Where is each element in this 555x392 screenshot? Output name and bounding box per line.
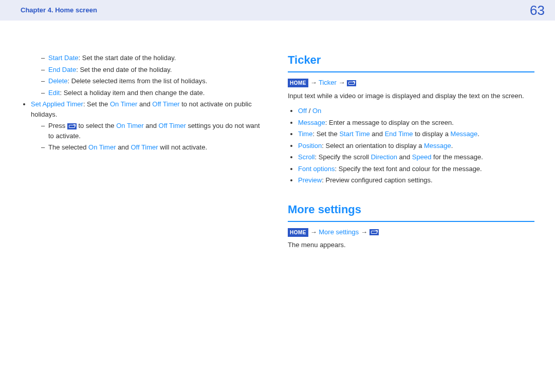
label-message: Message (451, 130, 478, 138)
text: and (137, 100, 152, 108)
enter-icon (347, 80, 356, 86)
page-header: Chapter 4. Home screen 63 (0, 0, 555, 21)
chapter-title: Chapter 4. Home screen (21, 5, 97, 15)
text: : Select an orientation to display a (322, 142, 424, 150)
text: : Specify the scroll (315, 153, 371, 161)
text: / (307, 107, 312, 115)
label-edit: Edit (48, 89, 60, 97)
label-message: Message (298, 119, 325, 126)
more-settings-text: The menu appears. (288, 240, 534, 250)
path-label: Ticker (319, 79, 337, 86)
label-scroll: Scroll (298, 153, 315, 161)
label-on-timer: On Timer (116, 122, 143, 129)
timer-list: Set Applied Timer: Set the On Timer and … (31, 99, 267, 153)
nav-path-more-settings: HOME → More settings → (288, 227, 534, 237)
text: : Set the (312, 130, 339, 138)
list-item: Font options: Specify the text font and … (298, 164, 534, 174)
list-item: Preview: Preview configured caption sett… (298, 175, 534, 185)
label-end-date: End Date (48, 66, 76, 73)
text: : Delete selected items from the list of… (68, 77, 208, 85)
left-column: Start Date: Set the start date of the ho… (21, 51, 278, 255)
label-delete: Delete (48, 77, 68, 85)
list-item: End Date: Set the end date of the holida… (41, 65, 267, 75)
right-column: Ticker HOME → Ticker → Input text while … (278, 51, 534, 255)
list-item: Start Date: Set the start date of the ho… (41, 53, 267, 63)
label-off-timer: Off Timer (131, 143, 158, 151)
text: . (451, 142, 453, 150)
label-set-applied-timer: Set Applied Timer (31, 100, 83, 108)
text: Press (48, 122, 67, 129)
list-item: Off / On (298, 106, 534, 116)
ticker-options-list: Off / On Message: Enter a message to dis… (298, 106, 534, 185)
text: will not activate. (158, 143, 207, 151)
enter-icon (369, 229, 379, 235)
text: : Set the start date of the holiday. (79, 54, 176, 62)
text: and (116, 143, 131, 151)
holiday-options-list: Start Date: Set the start date of the ho… (41, 53, 267, 98)
content: Start Date: Set the start date of the ho… (0, 21, 555, 255)
timer-sublist: Press to select the On Timer and Off Tim… (41, 121, 267, 153)
text: and (144, 122, 159, 129)
text: to select the (77, 122, 116, 129)
label-off: Off (298, 107, 307, 115)
label-start-time: Start Time (339, 130, 369, 138)
text: : Select a holiday item and then change … (60, 89, 205, 97)
heading-more-settings: More settings (288, 201, 534, 222)
text: for the message. (431, 153, 483, 161)
text: : Set the (83, 100, 110, 108)
label-on-timer: On Timer (110, 100, 137, 108)
arrow-icon: → (310, 79, 317, 86)
label-font-options: Font options (298, 165, 335, 173)
list-item: Edit: Select a holiday item and then cha… (41, 88, 267, 98)
home-badge: HOME (288, 228, 308, 237)
label-off-timer: Off Timer (152, 100, 179, 108)
text: : Set the end date of the holiday. (76, 66, 172, 73)
text: : Preview configured caption settings. (322, 176, 432, 184)
arrow-icon: → (361, 228, 367, 236)
list-item: Position: Select an orientation to displ… (298, 141, 534, 151)
text: : Specify the text font and colour for t… (335, 165, 482, 173)
label-speed: Speed (412, 153, 432, 161)
label-message: Message (424, 142, 451, 150)
list-item: Delete: Delete selected items from the l… (41, 76, 267, 86)
label-on-timer: On Timer (88, 143, 116, 151)
list-item: Time: Set the Start Time and End Time to… (298, 129, 534, 139)
text: . (477, 130, 479, 138)
text: to display a (413, 130, 451, 138)
label-off-timer: Off Timer (159, 122, 186, 129)
page-number: 63 (530, 1, 545, 21)
label-start-date: Start Date (48, 54, 79, 62)
enter-icon (67, 123, 77, 129)
list-item: Message: Enter a message to display on t… (298, 118, 534, 128)
label-on: On (312, 107, 321, 115)
text: The selected (48, 143, 88, 151)
label-time: Time (298, 130, 312, 138)
label-position: Position (298, 142, 322, 150)
text: : Enter a message to display on the scre… (325, 119, 454, 126)
path-label: More settings (319, 228, 359, 236)
text: and (397, 153, 412, 161)
label-direction: Direction (371, 153, 397, 161)
home-badge: HOME (288, 79, 308, 87)
ticker-intro: Input text while a video or image is dis… (288, 91, 534, 101)
list-item: Scroll: Specify the scroll Direction and… (298, 152, 534, 162)
arrow-icon: → (310, 228, 317, 236)
list-item: Press to select the On Timer and Off Tim… (41, 121, 267, 141)
arrow-icon: → (339, 79, 345, 86)
label-preview: Preview (298, 176, 322, 184)
list-item: Set Applied Timer: Set the On Timer and … (31, 99, 267, 153)
nav-path-ticker: HOME → Ticker → (288, 78, 534, 88)
text: and (370, 130, 385, 138)
list-item: The selected On Timer and Off Timer will… (41, 142, 267, 153)
label-end-time: End Time (385, 130, 413, 138)
heading-ticker: Ticker (288, 51, 534, 72)
